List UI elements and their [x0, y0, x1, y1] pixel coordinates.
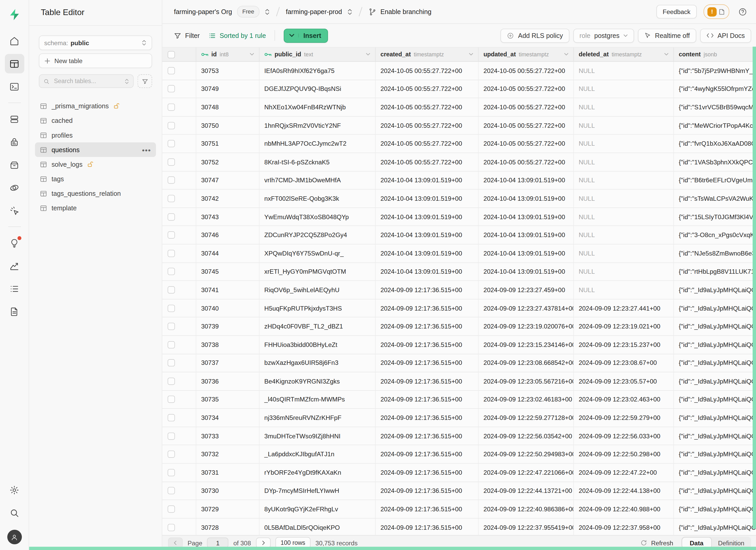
- cell-id[interactable]: 30749: [196, 80, 259, 98]
- chevrons-updown-icon[interactable]: [265, 8, 270, 15]
- cell-id[interactable]: 30732: [196, 445, 259, 463]
- cell-content[interactable]: {"id":"1VASb3phnXXkQPCpv: [674, 153, 756, 171]
- column-header-public-id[interactable]: public_id text: [259, 48, 375, 61]
- row-checkbox[interactable]: [168, 505, 175, 513]
- cell-created-at[interactable]: 2024-09-09 12:17:36.515+00: [376, 482, 479, 500]
- row-checkbox[interactable]: [168, 213, 175, 220]
- cell-created-at[interactable]: 2024-10-05 00:55:27.722+00: [376, 135, 479, 152]
- cell-id[interactable]: 30753: [196, 62, 259, 79]
- cell-created-at[interactable]: 2024-09-09 12:17:36.515+00: [376, 500, 479, 518]
- cell-public-id[interactable]: ZDCunRYJP2CQ5Z8Po2Gy4: [259, 226, 375, 244]
- cell-public-id[interactable]: nj336mN5reuRVNZrKHFpF: [259, 409, 375, 426]
- cell-updated-at[interactable]: 2024-10-04 13:09:01.519+00: [478, 208, 574, 226]
- cell-deleted-at[interactable]: NULL: [574, 98, 674, 116]
- api-docs-button[interactable]: API Docs: [700, 28, 751, 42]
- nav-table-editor[interactable]: [5, 54, 24, 73]
- nav-home[interactable]: [5, 31, 24, 51]
- cell-created-at[interactable]: 2024-10-04 13:09:01.519+00: [376, 171, 479, 189]
- nav-authentication[interactable]: [5, 132, 24, 152]
- cell-updated-at[interactable]: 2024-09-09 12:23:05.567216+00: [478, 372, 574, 390]
- row-checkbox[interactable]: [168, 469, 175, 476]
- breadcrumb-project[interactable]: farming-paper-prod: [286, 8, 342, 15]
- cell-updated-at[interactable]: 2024-10-05 00:55:27.722+00: [478, 98, 574, 116]
- row-checkbox[interactable]: [168, 432, 175, 440]
- row-checkbox[interactable]: [168, 231, 175, 239]
- chevron-down-icon[interactable]: [664, 53, 669, 56]
- nav-reports[interactable]: [5, 256, 24, 276]
- row-checkbox[interactable]: [168, 524, 175, 531]
- cell-public-id[interactable]: 8yUKotr9qGYjK2eFRhgLv: [259, 500, 375, 518]
- cell-deleted-at[interactable]: 2024-09-09 12:23:05.57+00: [574, 372, 674, 390]
- cell-id[interactable]: 30752: [196, 153, 259, 171]
- cell-updated-at[interactable]: 2024-09-09 12:22:50.294983+00: [478, 445, 574, 463]
- help-icon[interactable]: [738, 7, 747, 16]
- sidebar-table-item[interactable]: _prisma_migrations •••: [35, 99, 156, 113]
- cell-public-id[interactable]: DYp-7mcyMSIrHefLYIwwH: [259, 482, 375, 500]
- cell-deleted-at[interactable]: NULL: [574, 226, 674, 244]
- cell-id[interactable]: 30744: [196, 244, 259, 262]
- row-checkbox[interactable]: [168, 378, 175, 385]
- cell-content[interactable]: {"id":"_Id9aLyJpMHQLaiQC: [674, 372, 756, 390]
- cell-deleted-at[interactable]: 2024-09-09 12:22:47.22+00: [574, 464, 674, 481]
- cell-created-at[interactable]: 2024-09-09 12:17:36.515+00: [376, 427, 479, 445]
- cell-content[interactable]: {"id":"fvrQ1bXoJ6XaAD08G: [674, 135, 756, 152]
- sidebar-table-item[interactable]: template •••: [35, 201, 156, 215]
- row-checkbox[interactable]: [168, 104, 175, 111]
- cell-id[interactable]: 30743: [196, 208, 259, 226]
- nav-advisors-cursor[interactable]: [5, 201, 24, 220]
- cell-id[interactable]: 30735: [196, 391, 259, 408]
- cell-created-at[interactable]: 2024-09-09 12:17:36.515+00: [376, 445, 479, 463]
- new-table-button[interactable]: New table: [39, 53, 152, 68]
- schema-select[interactable]: schema: public: [39, 36, 152, 50]
- account-avatar[interactable]: [7, 530, 22, 544]
- cell-created-at[interactable]: 2024-09-09 12:17:36.515+00: [376, 409, 479, 426]
- cell-public-id[interactable]: DGEJfJZPQUV9Q-IBqsNSi: [259, 80, 375, 98]
- cell-deleted-at[interactable]: 2024-09-09 12:22:56.033+00: [574, 427, 674, 445]
- row-checkbox[interactable]: [168, 122, 175, 129]
- cell-updated-at[interactable]: 2024-10-04 13:09:01.519+00: [478, 263, 574, 280]
- cell-created-at[interactable]: 2024-09-09 12:17:36.515+00: [376, 354, 479, 372]
- cell-updated-at[interactable]: 2024-10-05 00:55:27.722+00: [478, 62, 574, 79]
- cell-created-at[interactable]: 2024-10-05 00:55:27.722+00: [376, 62, 479, 79]
- cell-updated-at[interactable]: 2024-10-04 13:09:01.519+00: [478, 190, 574, 207]
- cell-id[interactable]: 30729: [196, 500, 259, 518]
- column-header-created-at[interactable]: created_at timestamptz: [376, 48, 479, 61]
- cell-updated-at[interactable]: 2024-09-09 12:22:37.955419+00: [478, 519, 574, 535]
- cell-public-id[interactable]: rYbORF2e4YgDt9fKAXaKn: [259, 464, 375, 481]
- row-checkbox[interactable]: [168, 158, 175, 166]
- realtime-toggle-button[interactable]: Realtime off: [638, 28, 696, 42]
- cell-updated-at[interactable]: 2024-10-05 00:55:27.722+00: [478, 80, 574, 98]
- cell-id[interactable]: 30740: [196, 299, 259, 317]
- cell-content[interactable]: {"id":"B6tr6eEFLrOVgeUmH: [674, 171, 756, 189]
- cell-created-at[interactable]: 2024-10-05 00:55:27.722+00: [376, 153, 479, 171]
- cell-updated-at[interactable]: 2024-09-09 12:22:56.03542+00: [478, 427, 574, 445]
- cell-id[interactable]: 30745: [196, 263, 259, 280]
- cell-content[interactable]: {"id":"_Id9aLyJpMHQLaiQC: [674, 427, 756, 445]
- cell-deleted-at[interactable]: 2024-09-09 12:22:59.279+00: [574, 409, 674, 426]
- refresh-button[interactable]: Refresh: [640, 539, 673, 546]
- chevrons-updown-icon[interactable]: [347, 8, 353, 15]
- cell-id[interactable]: 30736: [196, 372, 259, 390]
- cell-created-at[interactable]: 2024-10-04 13:09:01.519+00: [376, 226, 479, 244]
- row-checkbox[interactable]: [168, 85, 175, 92]
- cell-created-at[interactable]: 2024-09-09 12:17:36.515+00: [376, 281, 479, 299]
- insert-button[interactable]: Insert: [284, 28, 328, 42]
- cell-updated-at[interactable]: 2024-09-09 12:22:47.221066+00: [478, 464, 574, 481]
- cell-created-at[interactable]: 2024-10-05 00:55:27.722+00: [376, 80, 479, 98]
- cell-public-id[interactable]: 1hnRQjxSRm2V0VticY2NF: [259, 117, 375, 134]
- cell-public-id[interactable]: nbMhHL3AP7OcCJymc2wT2: [259, 135, 375, 152]
- cell-public-id[interactable]: _La6pddxcKJIbgufATJ1n: [259, 445, 375, 463]
- add-rls-policy-button[interactable]: Add RLS policy: [501, 28, 569, 42]
- sidebar-table-item[interactable]: tags_questions_relation •••: [35, 186, 156, 201]
- cell-content[interactable]: {"id":"_Id9aLyJpMHQLaiQC: [674, 281, 756, 299]
- cell-updated-at[interactable]: 2024-09-09 12:23:27.459+00: [478, 281, 574, 299]
- filter-button[interactable]: Filter: [174, 32, 200, 39]
- cell-deleted-at[interactable]: NULL: [574, 117, 674, 134]
- cell-updated-at[interactable]: 2024-10-05 00:55:27.722+00: [478, 117, 574, 134]
- cell-deleted-at[interactable]: NULL: [574, 62, 674, 79]
- cell-public-id[interactable]: Be4KignzoK9YRGNI3Zgks: [259, 372, 375, 390]
- cell-updated-at[interactable]: 2024-09-09 12:23:15.234146+00: [478, 336, 574, 353]
- sort-button[interactable]: Sorted by 1 rule: [208, 32, 266, 39]
- cell-updated-at[interactable]: 2024-09-09 12:23:08.668542+00: [478, 354, 574, 372]
- cell-deleted-at[interactable]: 2024-09-09 12:22:44.138+00: [574, 482, 674, 500]
